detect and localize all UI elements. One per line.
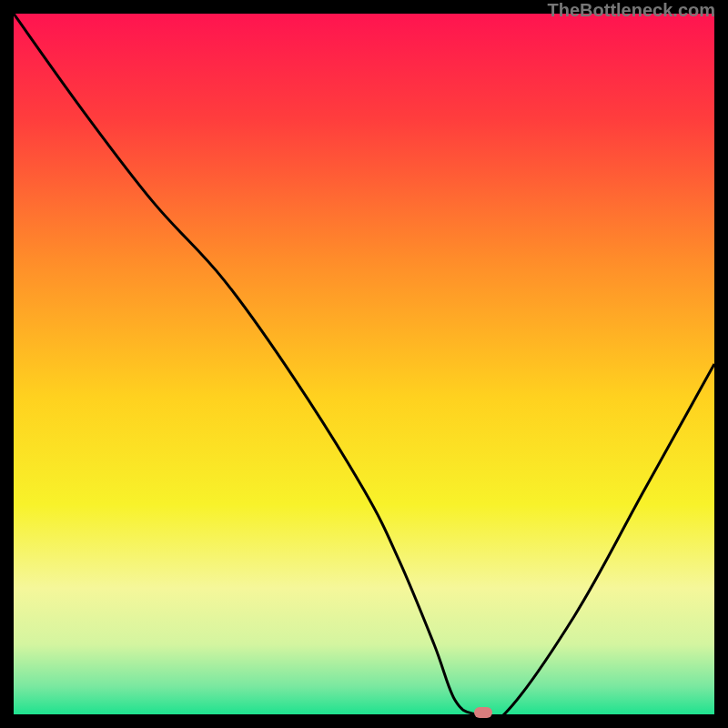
chart-area [14, 14, 714, 714]
bottleneck-curve [14, 14, 714, 714]
watermark-text: TheBottleneck.com [548, 0, 715, 21]
optimal-marker [474, 707, 492, 718]
